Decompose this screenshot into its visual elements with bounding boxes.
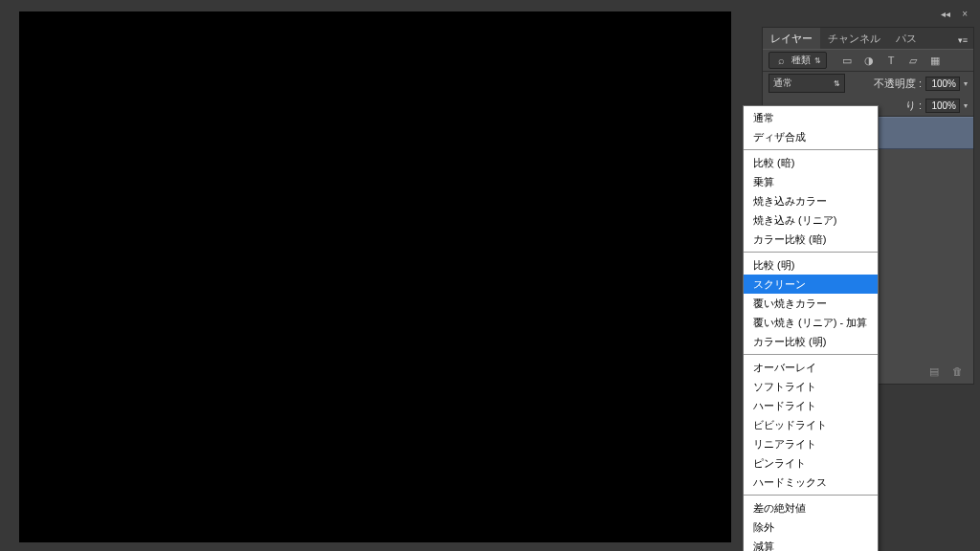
filter-pixel-icon[interactable]: ▭ [840,54,854,67]
blend-mode-select[interactable]: 通常 ⇅ [768,74,845,93]
blend-option[interactable]: 乗算 [744,172,878,191]
tab-paths[interactable]: パス [888,28,924,49]
blend-option[interactable]: スクリーン [744,275,878,294]
blend-option[interactable]: 比較 (明) [744,255,878,275]
collapse-icon[interactable]: ◂◂ [941,9,950,19]
opacity-field[interactable]: 100% [925,77,960,91]
blend-option[interactable]: 覆い焼きカラー [744,294,878,313]
svg-rect-1 [19,11,731,542]
tab-channels[interactable]: チャンネル [820,28,888,49]
panel-tabs: レイヤー チャンネル パス ▾≡ [763,28,973,49]
blend-option[interactable]: 比較 (暗) [744,153,878,172]
tab-layers[interactable]: レイヤー [763,28,820,49]
filter-smart-icon[interactable]: ▦ [928,54,942,67]
blend-option[interactable]: カラー比較 (暗) [744,230,878,249]
chevron-updown-icon: ⇅ [834,79,840,88]
filter-kind-select[interactable]: ⌕ 種類 ⇅ [768,52,827,69]
blend-mode-dropdown[interactable]: 通常ディザ合成比較 (暗)乗算焼き込みカラー焼き込み (リニア)カラー比較 (暗… [743,105,879,551]
filter-adjust-icon[interactable]: ◑ [862,54,876,67]
blend-option[interactable]: ビビッドライト [744,415,878,434]
blend-option[interactable]: 除外 [744,518,878,537]
blend-option[interactable]: リニアライト [744,434,878,453]
opacity-label: 不透明度 : [874,77,922,91]
blend-option[interactable]: 差の絶対値 [744,498,878,518]
filter-shape-icon[interactable]: ▱ [906,54,920,67]
panel-footer: ▤ 🗑 [927,364,964,378]
chevron-down-icon[interactable]: ▾ [964,79,968,88]
blend-option[interactable]: ハードミックス [744,473,878,492]
blend-option[interactable]: ハードライト [744,396,878,415]
blend-option[interactable]: 焼き込み (リニア) [744,210,878,230]
blend-option[interactable]: ソフトライト [744,377,878,396]
canvas[interactable] [19,11,731,542]
search-icon: ⌕ [774,54,788,67]
panel-menu-icon[interactable]: ▾≡ [952,32,973,49]
blend-option[interactable]: オーバーレイ [744,358,878,377]
chevron-down-icon[interactable]: ▾ [964,101,968,110]
fill-field[interactable]: 100% [925,99,960,113]
blend-option[interactable]: 焼き込みカラー [744,191,878,210]
blend-option[interactable]: 通常 [744,108,878,127]
blend-option[interactable]: ディザ合成 [744,127,878,146]
blend-option[interactable]: ピンライト [744,453,878,473]
canvas-area[interactable] [19,11,731,542]
chevron-updown-icon: ⇅ [814,56,821,65]
filter-kind-label: 種類 [791,54,811,67]
new-layer-icon[interactable]: ▤ [927,364,941,378]
layer-filter-row: ⌕ 種類 ⇅ ▭ ◑ T ▱ ▦ [763,49,973,72]
close-panel-icon[interactable]: × [962,9,968,19]
trash-icon[interactable]: 🗑 [950,364,964,378]
blend-opacity-row: 通常 ⇅ 不透明度 : 100% ▾ [763,72,973,95]
blend-option[interactable]: 覆い焼き (リニア) - 加算 [744,313,878,332]
blend-mode-value: 通常 [773,77,792,90]
filter-text-icon[interactable]: T [884,54,898,67]
fill-label: り : [905,99,922,113]
blend-option[interactable]: 減算 [744,537,878,551]
blend-option[interactable]: カラー比較 (明) [744,332,878,351]
